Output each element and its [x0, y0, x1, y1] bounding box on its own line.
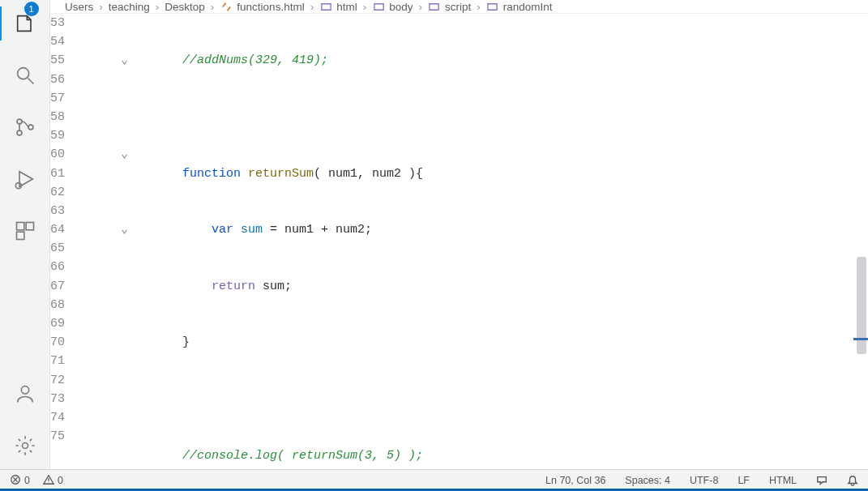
line-number: 68 [50, 296, 105, 314]
chevron-down-icon[interactable]: ⌄ [121, 51, 132, 70]
fold-cell [121, 296, 142, 314]
notifications-bell-icon[interactable] [844, 475, 862, 486]
fold-cell [121, 427, 142, 446]
breadcrumb-label: randomInt [503, 1, 553, 13]
extensions-icon[interactable] [0, 207, 50, 254]
breadcrumb-item[interactable]: script [428, 0, 471, 13]
breadcrumb-item[interactable]: html [319, 0, 357, 13]
line-number: 57 [50, 89, 105, 108]
chevron-down-icon[interactable]: ⌄ [121, 145, 132, 164]
line-number: 59 [50, 126, 105, 145]
code-text: sum [241, 220, 263, 239]
breadcrumb-item[interactable]: body [372, 0, 413, 13]
accounts-icon[interactable] [0, 370, 50, 417]
line-number: 72 [50, 371, 105, 390]
line-number: 56 [50, 70, 105, 89]
code-text: return [212, 277, 255, 296]
chevron-right-icon: › [363, 1, 367, 13]
fold-cell [121, 371, 142, 390]
breadcrumb-label: html [336, 1, 357, 13]
status-encoding[interactable]: UTF-8 [686, 475, 721, 486]
fold-cell: ⌄ [121, 51, 142, 70]
explorer-badge: 1 [24, 2, 39, 16]
fold-cell: ⌄ [121, 220, 142, 239]
line-number: 65 [50, 239, 105, 258]
code-text: sum; [255, 277, 292, 296]
html-file-icon [220, 0, 233, 13]
fold-cell [121, 183, 142, 202]
status-eol[interactable]: LF [734, 475, 753, 486]
breadcrumb-label: body [389, 1, 413, 13]
source-control-icon[interactable] [0, 104, 50, 151]
fold-cell [121, 32, 142, 51]
breadcrumb-item[interactable]: teaching [109, 1, 150, 13]
svg-rect-6 [26, 223, 33, 230]
status-bar: 0 0 Ln 70, Col 36 Spaces: 4 UTF-8 LF HTM… [0, 469, 868, 491]
svg-point-2 [17, 130, 22, 135]
chevron-right-icon: › [418, 1, 422, 13]
editor-area: Users › teaching › Desktop › functions.h… [50, 0, 868, 469]
run-debug-icon[interactable] [0, 156, 50, 203]
symbol-icon [428, 0, 441, 13]
fold-cell [121, 314, 142, 333]
code-text: var [212, 220, 233, 239]
code-text: } [182, 333, 190, 352]
svg-point-9 [22, 443, 28, 449]
line-number: 74 [50, 408, 105, 427]
search-icon[interactable] [0, 52, 50, 99]
fold-cell [121, 258, 142, 276]
svg-point-1 [17, 119, 22, 124]
svg-point-0 [17, 68, 28, 79]
line-number: 53 [50, 14, 105, 32]
line-number: 69 [50, 314, 105, 333]
status-warning-count: 0 [58, 475, 63, 486]
settings-gear-icon[interactable] [0, 422, 50, 469]
chevron-right-icon: › [211, 1, 215, 13]
fold-cell [121, 164, 142, 183]
line-number: 70 [50, 333, 105, 352]
scroll-indicator [853, 338, 868, 340]
chevron-right-icon: › [156, 1, 160, 13]
breadcrumb-item[interactable]: Users [65, 1, 93, 13]
fold-cell [121, 446, 142, 464]
code-text: = num1 + num2; [263, 220, 372, 239]
fold-cell [121, 89, 142, 108]
status-indentation[interactable]: Spaces: 4 [622, 475, 673, 486]
status-warnings[interactable]: 0 [40, 474, 66, 488]
code-text: ( num1, num2 ) [314, 164, 416, 183]
code-content[interactable]: //addNums(329, 419); function returnSum(… [142, 14, 868, 491]
svg-rect-7 [16, 232, 24, 239]
line-number: 73 [50, 390, 105, 408]
chevron-right-icon: › [310, 1, 314, 13]
line-number: 66 [50, 258, 105, 276]
line-number: 58 [50, 108, 105, 126]
line-number-gutter: 5354555657585960616263646566676869707172… [50, 14, 121, 491]
symbol-icon [319, 0, 332, 13]
line-number: 60 [50, 145, 105, 164]
fold-cell [121, 408, 142, 427]
line-number: 64 [50, 220, 105, 239]
status-language[interactable]: HTML [766, 475, 800, 486]
fold-cell [121, 70, 142, 89]
fold-cell [121, 202, 142, 220]
status-errors[interactable]: 0 [6, 474, 33, 488]
line-number: 63 [50, 202, 105, 220]
feedback-icon[interactable] [813, 475, 831, 486]
chevron-right-icon: › [99, 1, 103, 13]
line-number: 71 [50, 352, 105, 370]
breadcrumb-item[interactable]: Desktop [165, 1, 205, 13]
status-cursor-position[interactable]: Ln 70, Col 36 [542, 475, 609, 486]
breadcrumb-item[interactable]: randomInt [486, 0, 553, 13]
fold-cell: ⌄ [121, 145, 142, 164]
code-text: returnSum [248, 164, 314, 183]
code-editor[interactable]: 5354555657585960616263646566676869707172… [50, 14, 868, 491]
fold-cell [121, 333, 142, 352]
fold-cell [121, 239, 142, 258]
fold-gutter: ⌄⌄⌄ [121, 14, 142, 491]
line-number: 61 [50, 164, 105, 183]
line-number [50, 446, 105, 464]
status-error-count: 0 [24, 475, 30, 486]
chevron-down-icon[interactable]: ⌄ [121, 220, 132, 239]
breadcrumb-item[interactable]: functions.html [220, 0, 304, 13]
explorer-icon[interactable]: 1 [0, 0, 50, 47]
